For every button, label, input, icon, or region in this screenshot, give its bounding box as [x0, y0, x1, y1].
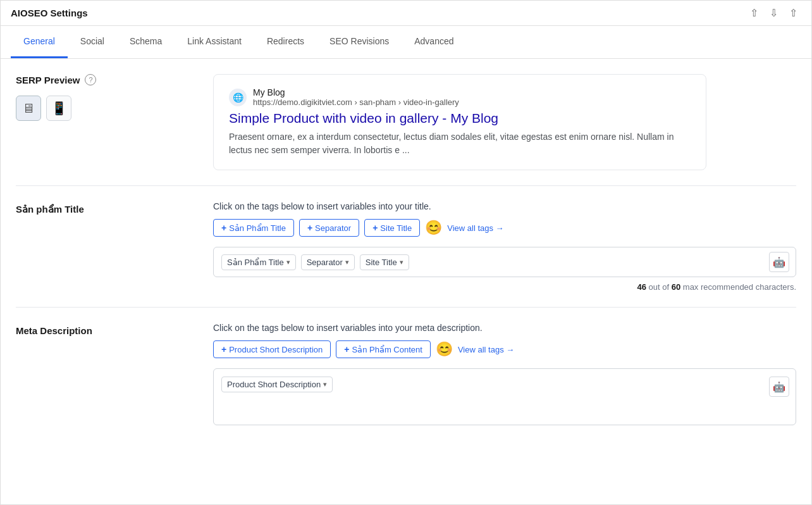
tab-link-assistant[interactable]: Link Assistant [175, 26, 254, 58]
tab-advanced[interactable]: Advanced [402, 26, 466, 58]
san-pham-title-label: Sản phẩm Title [16, 204, 84, 215]
separator-tag-label: Separator [315, 223, 351, 233]
desktop-icon: 🖥 [22, 101, 35, 116]
serp-card: 🌐 My Blog https://demo.digikitviet.com ›… [213, 74, 706, 170]
san-pham-content-tag-label: Sản Phẩm Content [352, 345, 422, 354]
serp-favicon: 🌐 [229, 89, 247, 106]
tab-seo-revisions[interactable]: SEO Revisions [317, 26, 402, 58]
view-all-tags-link[interactable]: View all tags → [447, 223, 503, 233]
collapse-up-button[interactable]: ⇧ [746, 6, 762, 20]
site-title-chevron-icon: ▾ [400, 258, 403, 266]
desktop-device-button[interactable]: 🖥 [16, 96, 41, 121]
serp-site-name: My Blog [253, 87, 459, 97]
separator-token[interactable]: Separator ▾ [301, 254, 355, 270]
san-pham-title-instruction: Click on the tags below to insert variab… [213, 201, 796, 211]
serp-url: https://demo.digikitviet.com › san-pham … [253, 97, 459, 107]
san-pham-title-tags: + Sản Phẩm Title + Separator + Site Titl… [213, 219, 796, 237]
serp-preview-label: SERP Preview [16, 75, 80, 85]
char-count-max: 60 [672, 282, 680, 292]
san-pham-title-content: Click on the tags below to insert variab… [213, 201, 796, 292]
tab-schema[interactable]: Schema [117, 26, 175, 58]
serp-description: Praesent ornare, ex a interdum consectet… [229, 130, 691, 157]
san-pham-title-char-count: 46 out of 60 max recommended characters. [213, 282, 796, 292]
emoji-picker-button[interactable]: 😊 [425, 220, 442, 236]
product-short-desc-token[interactable]: Product Short Description ▾ [221, 377, 333, 392]
product-short-desc-tag-button[interactable]: + Product Short Description [213, 340, 331, 358]
meta-view-all-tags-link[interactable]: View all tags → [458, 345, 514, 354]
san-pham-title-tag-label: Sản Phẩm Title [229, 223, 286, 233]
site-title-tag-button[interactable]: + Site Title [364, 219, 420, 237]
meta-description-label: Meta Description [16, 325, 92, 336]
site-title-token[interactable]: Site Title ▾ [360, 254, 409, 270]
mobile-device-button[interactable]: 📱 [46, 96, 71, 121]
tabs-container: General Social Schema Link Assistant Red… [1, 26, 811, 59]
meta-emoji-picker-button[interactable]: 😊 [436, 341, 453, 358]
main-content: SERP Preview ? 🖥 📱 [1, 59, 811, 440]
san-pham-content-tag-button[interactable]: + Sản Phẩm Content [336, 340, 431, 358]
header-controls: ⇧ ⇩ ⇧ [746, 6, 801, 20]
tab-general[interactable]: General [11, 26, 68, 58]
serp-preview-section: SERP Preview ? 🖥 📱 [16, 74, 796, 170]
san-pham-title-chevron-icon: ▾ [286, 258, 290, 266]
separator-tag-button[interactable]: + Separator [299, 219, 359, 237]
char-count-value: 46 [637, 282, 646, 292]
title-field-robot-button[interactable]: 🤖 [769, 252, 789, 272]
meta-description-instruction: Click on the tags below to insert variab… [213, 323, 796, 333]
product-short-desc-tag-label: Product Short Description [229, 345, 323, 354]
tab-redirects[interactable]: Redirects [254, 26, 317, 58]
collapse-down-button[interactable]: ⇩ [766, 6, 782, 20]
site-title-tag-label: Site Title [380, 223, 412, 233]
app-header: AIOSEO Settings ⇧ ⇩ ⇧ [1, 1, 811, 26]
meta-description-token-field: Product Short Description ▾ 🤖 [213, 368, 796, 425]
help-icon[interactable]: ? [85, 74, 96, 85]
tab-social[interactable]: Social [68, 26, 117, 58]
serp-title-link[interactable]: Simple Product with video in gallery - M… [229, 109, 691, 127]
mobile-icon: 📱 [51, 101, 67, 116]
san-pham-title-tag-button[interactable]: + Sản Phẩm Title [213, 219, 294, 237]
meta-robot-icon: 🤖 [773, 381, 785, 393]
expand-button[interactable]: ⇧ [785, 6, 801, 20]
san-pham-title-section: Sản phẩm Title Click on the tags below t… [16, 201, 796, 292]
product-short-desc-chevron-icon: ▾ [323, 380, 327, 389]
meta-field-robot-button[interactable]: 🤖 [769, 377, 789, 397]
meta-description-section: Meta Description Click on the tags below… [16, 323, 796, 425]
san-pham-title-token-field: Sản Phẩm Title ▾ Separator ▾ Site Title … [213, 247, 796, 277]
app-title: AIOSEO Settings [11, 8, 88, 18]
device-toggles: 🖥 📱 [16, 96, 193, 121]
meta-description-tags: + Product Short Description + Sản Phẩm C… [213, 340, 796, 358]
san-pham-title-token[interactable]: Sản Phẩm Title ▾ [221, 254, 296, 270]
meta-description-content: Click on the tags below to insert variab… [213, 323, 796, 425]
robot-icon: 🤖 [773, 256, 785, 268]
char-count-suffix: max recommended characters. [683, 282, 796, 292]
separator-chevron-icon: ▾ [345, 258, 349, 266]
